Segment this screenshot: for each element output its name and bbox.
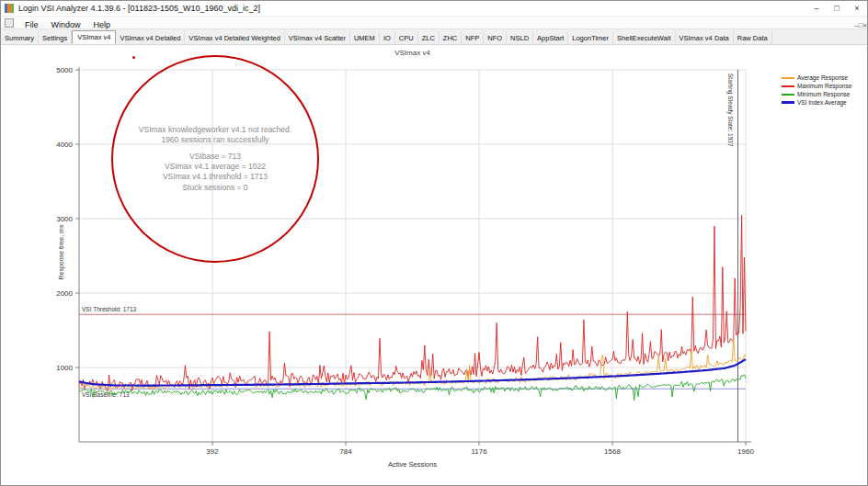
tab-nfp[interactable]: NFP [462,31,484,44]
legend-item-minimum-response: Minimum Response [782,91,851,97]
tab-vsimax-v4-data[interactable]: VSImax v4 Data [676,31,734,44]
document-icon [5,18,14,28]
svg-text:1176: 1176 [471,447,487,456]
menu-items: FileWindowHelp [18,15,117,31]
tab-bar: SummarySettingsVSImax v4VSImax v4 Detail… [1,29,867,45]
annotation-circle: VSImax knowledgeworker v4.1 not reached.… [111,55,319,263]
svg-text:1000: 1000 [56,364,73,372]
legend-label: Minimum Response [797,91,850,97]
tab-logontimer[interactable]: LogonTimer [568,31,613,44]
tab-zhc[interactable]: ZHC [440,31,462,44]
tab-io[interactable]: IO [380,31,395,44]
svg-text:1960: 1960 [737,447,754,456]
menu-window[interactable]: Window [45,20,87,29]
mdi-window-controls: –□× [854,15,867,31]
svg-text:784: 784 [339,447,352,456]
annotation-line: VSImax v4.1 average = 1022 [165,162,266,172]
svg-text:Starting Steady State: 1937: Starting Steady State: 1937 [726,73,734,147]
tab-settings[interactable]: Settings [39,31,72,44]
svg-text:5000: 5000 [56,66,73,74]
annotation-line: VSImax v4.1 threshold = 1713 [163,172,268,182]
chart-canvas: 10002000300040005000392784117615681960VS… [1,1,868,486]
titlebar: Login VSI Analyzer 4.1.39.6 - [011823-15… [1,1,867,17]
chart-legend: Average ResponseMaximum ResponseMinimum … [782,74,851,107]
menu-help[interactable]: Help [87,20,118,29]
svg-text:VSI Baseline: 713: VSI Baseline: 713 [82,391,130,398]
legend-label: VSI Index Average [797,99,847,106]
legend-label: Average Response [797,74,848,81]
mdi-close-button[interactable]: × [862,21,867,29]
chart-area: 10002000300040005000392784117615681960VS… [1,1,868,486]
legend-item-average-response: Average Response [782,74,851,81]
x-axis-label: Active Sessions [79,460,746,469]
legend-swatch [782,85,794,87]
svg-text:392: 392 [206,447,219,456]
annotation-line: VSIbase = 713 [189,152,241,162]
tab-raw-data[interactable]: Raw Data [734,31,772,44]
svg-text:2000: 2000 [56,289,73,298]
tab-vsimax-v4-detailed-weighted[interactable]: VSImax v4 Detailed Weighted [185,31,285,44]
legend-swatch [782,77,794,79]
annotation-line: VSImax knowledgeworker v4.1 not reached. [139,125,291,135]
maximize-button[interactable]: □ [827,1,847,16]
tab-zlc[interactable]: ZLC [418,31,440,44]
legend-swatch [782,94,794,96]
menu-file[interactable]: File [18,20,45,29]
legend-label: Maximum Response [797,83,851,89]
tab-cpu[interactable]: CPU [395,31,418,44]
menubar: FileWindowHelp –□× [1,17,867,29]
minimize-button[interactable]: – [806,1,827,16]
annotation-line: 1960 sessions ran successfully [161,135,268,145]
annotation-line: Stuck sessions = 0 [182,183,247,193]
tab-nfo[interactable]: NFO [484,31,507,44]
svg-text:VSI Threshold: 1713: VSI Threshold: 1713 [82,306,137,312]
chart-title: VSImax v4 [79,49,746,57]
legend-swatch [782,101,794,104]
tab-appstart[interactable]: AppStart [533,31,568,44]
svg-text:4000: 4000 [56,141,73,149]
tab-summary[interactable]: Summary [1,31,39,44]
tab-vsimax-v4-detailed[interactable]: VSImax v4 Detailed [116,31,185,44]
tab-vsimax-v4-scatter[interactable]: VSImax v4 Scatter [285,31,350,44]
tab-vsimax-v4[interactable]: VSImax v4 [72,30,116,44]
annotation-text: VSImax knowledgeworker v4.1 not reached.… [113,57,317,261]
legend-item-maximum-response: Maximum Response [782,83,851,89]
annotation-dot [132,56,135,59]
app-icon [5,4,14,13]
legend-item-vsi-index-average: VSI Index Average [782,99,851,106]
app-window: Login VSI Analyzer 4.1.39.6 - [011823-15… [0,0,868,486]
tab-nsld[interactable]: NSLD [507,31,533,44]
svg-text:1568: 1568 [604,447,621,456]
y-axis-label: Response time, ms [58,207,64,299]
window-title: Login VSI Analyzer 4.1.39.6 - [011823-15… [18,4,806,13]
tab-shellexecutewait[interactable]: ShellExecuteWait [613,31,676,44]
svg-text:3000: 3000 [56,215,73,223]
tab-umem[interactable]: UMEM [350,31,380,44]
